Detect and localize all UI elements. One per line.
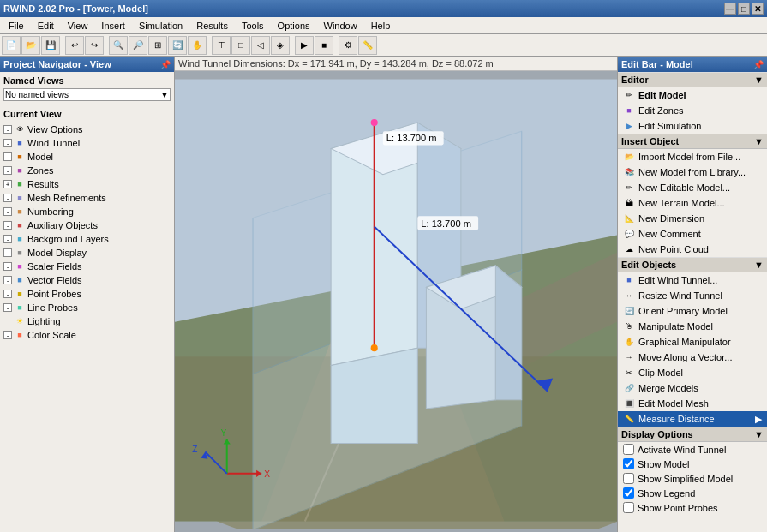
tb-zoom-fit[interactable]: ⊞ bbox=[148, 36, 167, 55]
section-editor-collapse-icon[interactable]: ▼ bbox=[754, 75, 764, 85]
expand-icon-wt[interactable]: - bbox=[3, 139, 12, 147]
edit-model-button[interactable]: ✏ Edit Model bbox=[618, 87, 767, 103]
expand-icon-auxiliary[interactable]: - bbox=[3, 221, 12, 230]
tb-run[interactable]: ▶ bbox=[295, 36, 314, 55]
tb-pan[interactable]: ✋ bbox=[188, 36, 207, 55]
new-comment-button[interactable]: 💬 New Comment bbox=[618, 226, 767, 242]
orient-primary-model-button[interactable]: 🔄 Orient Primary Model bbox=[618, 303, 767, 319]
tb-view-front[interactable]: □ bbox=[231, 36, 250, 55]
new-dimension-button[interactable]: 📐 New Dimension bbox=[618, 211, 767, 226]
show-point-probes-checkbox[interactable]: Show Point Probes bbox=[618, 500, 767, 515]
new-editable-model-button[interactable]: ✏ New Editable Model... bbox=[618, 180, 767, 195]
activate-wind-tunnel-check[interactable] bbox=[623, 444, 634, 455]
clip-model-button[interactable]: ✂ Clip Model bbox=[618, 365, 767, 380]
move-along-vector-button[interactable]: → Move Along a Vector... bbox=[618, 350, 767, 365]
menu-file[interactable]: File bbox=[2, 19, 31, 33]
tree-item-results[interactable]: + ■ Results bbox=[2, 177, 172, 191]
expand-icon-model[interactable]: - bbox=[3, 152, 12, 161]
expand-icon-point-probes[interactable]: - bbox=[3, 290, 12, 298]
tb-measure[interactable]: 📏 bbox=[358, 36, 377, 55]
expand-icon-numbering[interactable]: - bbox=[3, 207, 12, 216]
new-model-library-button[interactable]: 📚 New Model from Library... bbox=[618, 164, 767, 180]
tb-stop[interactable]: ■ bbox=[315, 36, 333, 55]
viewport[interactable]: Wind Tunnel Dimensions: Dx = 171.941 m, … bbox=[175, 57, 617, 532]
measure-distance-button[interactable]: 📏 Measure Distance ▶ bbox=[618, 411, 767, 427]
tree-item-point-probes[interactable]: - ■ Point Probes bbox=[2, 287, 172, 301]
tree-item-scaler-fields[interactable]: - ■ Scaler Fields bbox=[2, 260, 172, 273]
tb-rotate[interactable]: 🔄 bbox=[168, 36, 187, 55]
minimize-button[interactable]: — bbox=[724, 3, 736, 15]
expand-icon-color-scale[interactable]: - bbox=[3, 331, 12, 339]
tb-zoom-out[interactable]: 🔎 bbox=[129, 36, 147, 55]
menu-simulation[interactable]: Simulation bbox=[132, 19, 189, 33]
expand-icon-results[interactable]: + bbox=[3, 180, 12, 188]
show-legend-check[interactable] bbox=[623, 487, 634, 499]
expand-icon-line-probes[interactable]: - bbox=[3, 303, 12, 312]
expand-icon-mesh[interactable]: - bbox=[3, 194, 12, 202]
tree-item-lighting[interactable]: ☀ Lighting bbox=[2, 314, 172, 328]
section-edit-objects-collapse-icon[interactable]: ▼ bbox=[754, 260, 764, 270]
merge-models-button[interactable]: 🔗 Merge Models bbox=[618, 380, 767, 396]
expand-icon[interactable]: - bbox=[3, 125, 12, 134]
expand-icon-vector[interactable]: - bbox=[3, 276, 12, 284]
expand-icon-zones[interactable]: - bbox=[3, 166, 12, 175]
tb-zoom-in[interactable]: 🔍 bbox=[109, 36, 128, 55]
tb-undo[interactable]: ↩ bbox=[65, 36, 84, 55]
section-insert-collapse-icon[interactable]: ▼ bbox=[754, 136, 764, 146]
menu-tools[interactable]: Tools bbox=[235, 19, 271, 33]
right-panel-pin-icon[interactable]: 📌 bbox=[753, 60, 764, 69]
close-button[interactable]: ✕ bbox=[752, 3, 764, 15]
named-views-chevron-icon[interactable]: ▼ bbox=[160, 90, 169, 99]
tree-item-model[interactable]: - ■ Model bbox=[2, 150, 172, 164]
tb-view-top[interactable]: ⊤ bbox=[212, 36, 231, 55]
tb-settings[interactable]: ⚙ bbox=[339, 36, 357, 55]
tree-item-model-display[interactable]: - ■ Model Display bbox=[2, 246, 172, 260]
tree-item-auxiliary-objects[interactable]: - ■ Auxiliary Objects bbox=[2, 218, 172, 232]
edit-simulation-button[interactable]: ▶ Edit Simulation bbox=[618, 118, 767, 134]
menu-help[interactable]: Help bbox=[364, 19, 398, 33]
tb-new[interactable]: 📄 bbox=[2, 36, 21, 55]
show-simplified-model-checkbox[interactable]: Show Simplified Model bbox=[618, 471, 767, 486]
tb-save[interactable]: 💾 bbox=[41, 36, 60, 55]
tree-item-wind-tunnel[interactable]: - ■ Wind Tunnel bbox=[2, 136, 172, 150]
tree-item-zones[interactable]: - ■ Zones bbox=[2, 164, 172, 177]
tree-item-background-layers[interactable]: - ■ Background Layers bbox=[2, 232, 172, 246]
tb-redo[interactable]: ↪ bbox=[85, 36, 104, 55]
show-model-check[interactable] bbox=[623, 458, 634, 469]
tb-open[interactable]: 📂 bbox=[21, 36, 40, 55]
manipulate-model-button[interactable]: 🖱 Manipulate Model bbox=[618, 319, 767, 334]
expand-icon-bg[interactable]: - bbox=[3, 235, 12, 243]
menu-options[interactable]: Options bbox=[271, 19, 317, 33]
tree-item-vector-fields[interactable]: - ■ Vector Fields bbox=[2, 273, 172, 287]
menu-window[interactable]: Window bbox=[317, 19, 364, 33]
tree-item-mesh-refinements[interactable]: - ■ Mesh Refinements bbox=[2, 191, 172, 205]
new-terrain-button[interactable]: 🏔 New Terrain Model... bbox=[618, 195, 767, 211]
show-legend-checkbox[interactable]: Show Legend bbox=[618, 486, 767, 500]
section-display-collapse-icon[interactable]: ▼ bbox=[754, 429, 764, 439]
new-point-cloud-button[interactable]: ☁ New Point Cloud bbox=[618, 242, 767, 257]
tree-item-view-options[interactable]: - 👁 View Options bbox=[2, 123, 172, 136]
edit-wind-tunnel-button[interactable]: ■ Edit Wind Tunnel... bbox=[618, 272, 767, 288]
expand-icon-model-display[interactable]: - bbox=[3, 248, 12, 257]
tree-item-line-probes[interactable]: - ■ Line Probes bbox=[2, 301, 172, 314]
edit-model-mesh-button[interactable]: 🔳 Edit Model Mesh bbox=[618, 396, 767, 411]
tree-item-color-scale[interactable]: - ■ Color Scale bbox=[2, 328, 172, 342]
menu-results[interactable]: Results bbox=[189, 19, 235, 33]
import-model-button[interactable]: 📂 Import Model from File... bbox=[618, 149, 767, 164]
menu-view[interactable]: View bbox=[61, 19, 95, 33]
show-point-probes-check[interactable] bbox=[623, 502, 634, 513]
menu-edit[interactable]: Edit bbox=[31, 19, 61, 33]
graphical-manipulator-button[interactable]: ✋ Graphical Manipulator bbox=[618, 334, 767, 350]
named-views-select[interactable]: No named views ▼ bbox=[3, 88, 171, 101]
maximize-button[interactable]: □ bbox=[738, 3, 750, 15]
expand-icon-scaler[interactable]: - bbox=[3, 262, 12, 271]
activate-wind-tunnel-checkbox[interactable]: Activate Wind Tunnel bbox=[618, 442, 767, 457]
show-simplified-model-check[interactable] bbox=[623, 473, 634, 484]
menu-insert[interactable]: Insert bbox=[94, 19, 132, 33]
tb-view-3d[interactable]: ◈ bbox=[271, 36, 290, 55]
tb-view-side[interactable]: ◁ bbox=[251, 36, 270, 55]
tree-item-numbering[interactable]: - ■ Numbering bbox=[2, 205, 172, 218]
panel-pin-icon[interactable]: 📌 bbox=[160, 60, 171, 69]
viewport-canvas[interactable]: L: 13.700 m L: 13.700 m X Y bbox=[175, 71, 617, 529]
resize-wind-tunnel-button[interactable]: ↔ Resize Wind Tunnel bbox=[618, 288, 767, 303]
